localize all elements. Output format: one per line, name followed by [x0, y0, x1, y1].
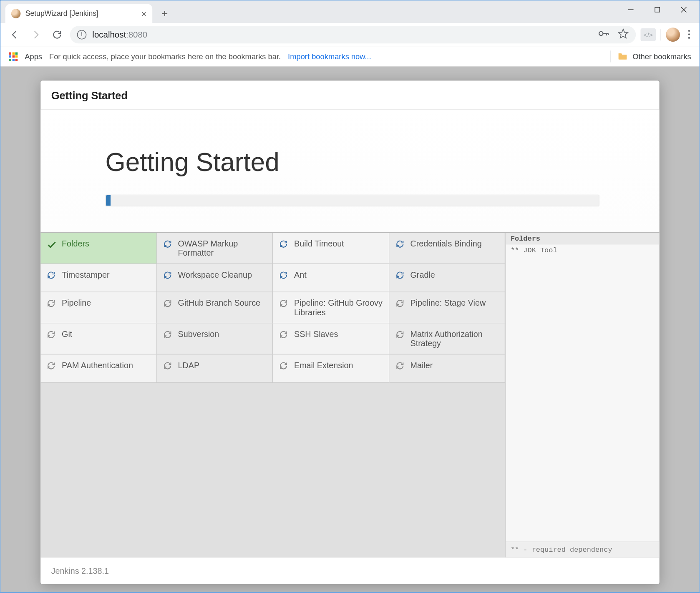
wizard-header: Getting Started [40, 80, 659, 110]
profile-avatar[interactable] [666, 28, 680, 42]
plugin-cell: Ant [273, 264, 389, 292]
plugin-name: Matrix Authorization Strategy [410, 329, 499, 348]
plugin-name: Credentials Binding [410, 239, 481, 248]
plugin-name: Folders [62, 239, 89, 248]
refresh-icon [279, 361, 289, 372]
plugin-name: GitHub Branch Source [178, 298, 261, 308]
jenkins-favicon [11, 9, 21, 18]
refresh-icon [279, 299, 289, 309]
refresh-icon [395, 271, 405, 281]
plugin-name: LDAP [178, 360, 200, 370]
plugin-cell: GitHub Branch Source [157, 292, 273, 324]
plugin-cell: Pipeline: Stage View [389, 292, 505, 324]
svg-point-4 [599, 32, 603, 35]
plugin-cell: Folders [40, 233, 156, 264]
back-button[interactable] [7, 26, 23, 43]
plugin-cell: Build Timeout [273, 233, 389, 264]
refresh-icon [46, 271, 57, 281]
refresh-icon [163, 361, 173, 372]
plugin-name: OWASP Markup Formatter [178, 239, 267, 257]
plugin-name: Ant [294, 270, 307, 279]
wizard-top-panel: Getting Started [40, 110, 659, 232]
other-bookmarks-label[interactable]: Other bookmarks [632, 52, 691, 61]
site-info-icon[interactable]: i [77, 30, 87, 39]
plugin-name: Build Timeout [294, 239, 344, 248]
check-icon [46, 239, 57, 250]
refresh-icon [163, 330, 173, 340]
wizard-footer-version: Jenkins 2.138.1 [40, 558, 659, 584]
refresh-icon [279, 271, 289, 281]
bookmarks-bar: Apps For quick access, place your bookma… [0, 46, 699, 66]
import-bookmarks-link[interactable]: Import bookmarks now... [288, 52, 371, 61]
forward-button[interactable] [28, 26, 44, 43]
close-tab-icon[interactable]: × [141, 8, 146, 18]
window-controls [618, 0, 697, 18]
install-progress-fill [106, 195, 111, 206]
wizard-title: Getting Started [105, 148, 594, 177]
page-viewport: Getting Started Getting Started FoldersO… [0, 66, 699, 592]
folder-icon [618, 51, 628, 61]
devtools-extension-icon[interactable]: </> [640, 28, 656, 41]
plugin-name: Pipeline [62, 298, 91, 308]
plugin-name: SSH Slaves [294, 329, 338, 339]
bookmark-star-icon[interactable] [618, 28, 629, 41]
plugin-cell: Timestamper [40, 264, 156, 292]
new-tab-button[interactable]: + [157, 6, 172, 21]
browser-window: SetupWizard [Jenkins] × + i [0, 0, 700, 593]
refresh-icon [163, 271, 173, 281]
wizard-body: FoldersOWASP Markup FormatterBuild Timeo… [40, 232, 659, 558]
plugin-cell: LDAP [157, 354, 273, 383]
maximize-button[interactable] [644, 0, 670, 18]
svg-rect-1 [655, 7, 660, 12]
plugin-name: Mailer [410, 360, 433, 370]
refresh-icon [395, 239, 405, 250]
plugin-name: Workspace Cleanup [178, 270, 252, 279]
apps-label[interactable]: Apps [25, 52, 42, 61]
refresh-icon [163, 239, 173, 250]
plugin-cell: OWASP Markup Formatter [157, 233, 273, 264]
browser-menu-icon[interactable] [685, 30, 693, 39]
address-bar-row: i localhost:8080 </> [0, 23, 699, 46]
close-window-button[interactable] [670, 0, 697, 18]
refresh-icon [163, 299, 173, 309]
log-line: ** JDK Tool [506, 245, 660, 256]
url-host: localhost [92, 30, 126, 39]
plugin-grid: FoldersOWASP Markup FormatterBuild Timeo… [40, 233, 505, 557]
minimize-button[interactable] [618, 0, 644, 18]
log-footer: ** - required dependency [506, 542, 660, 558]
plugin-cell: PAM Authentication [40, 354, 156, 383]
plugin-name: Pipeline: GitHub Groovy Libraries [294, 298, 383, 317]
refresh-icon [395, 330, 405, 340]
tab-title: SetupWizard [Jenkins] [25, 10, 98, 18]
browser-tab[interactable]: SetupWizard [Jenkins] × [5, 4, 153, 23]
svg-marker-8 [619, 29, 628, 38]
bookmarks-hint: For quick access, place your bookmarks h… [49, 52, 281, 61]
password-key-icon[interactable] [598, 28, 609, 41]
plugin-name: Subversion [178, 329, 219, 339]
refresh-icon [395, 299, 405, 309]
plugin-name: Git [62, 329, 72, 339]
plugin-name: Timestamper [62, 270, 109, 279]
plugin-cell: Subversion [157, 324, 273, 355]
plugin-cell: Pipeline: GitHub Groovy Libraries [273, 292, 389, 324]
refresh-icon [395, 361, 405, 372]
plugin-cell: Git [40, 324, 156, 355]
plugin-cell: Email Extension [273, 354, 389, 383]
toolbar-separator [660, 28, 661, 40]
url-port: :8080 [126, 30, 147, 39]
refresh-icon [279, 330, 289, 340]
plugin-cell: Workspace Cleanup [157, 264, 273, 292]
plugin-name: Pipeline: Stage View [410, 298, 486, 308]
bookmarks-separator [610, 50, 611, 62]
plugin-cell: Mailer [389, 354, 505, 383]
browser-titlebar: SetupWizard [Jenkins] × + [0, 0, 699, 23]
plugin-name: Email Extension [294, 360, 353, 370]
install-progress-bar [105, 195, 599, 206]
reload-button[interactable] [49, 26, 65, 43]
refresh-icon [279, 239, 289, 250]
plugin-name: PAM Authentication [62, 360, 133, 370]
log-line: Folders [506, 233, 660, 244]
plugin-cell: Pipeline [40, 292, 156, 324]
apps-grid-icon[interactable] [9, 52, 18, 61]
address-bar[interactable]: i localhost:8080 [70, 25, 636, 43]
